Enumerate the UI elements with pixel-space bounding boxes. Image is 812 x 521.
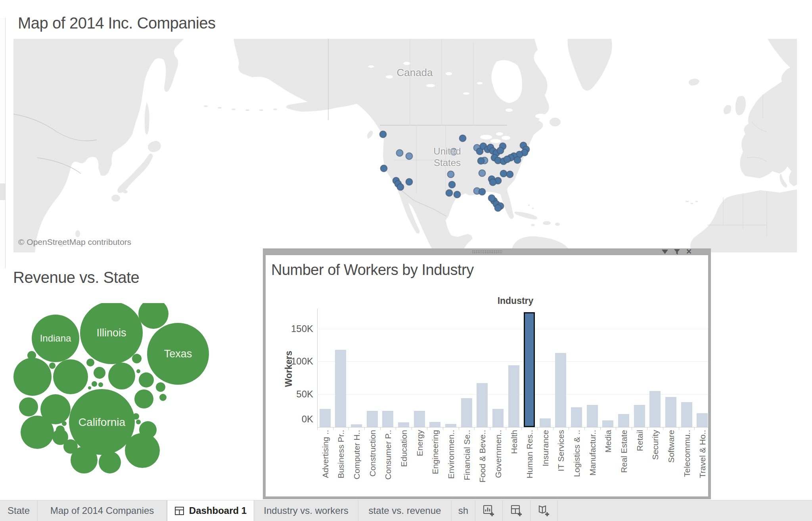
map-dot[interactable]: [490, 179, 496, 186]
collapse-icon[interactable]: [662, 250, 668, 254]
bar-consumer-p-[interactable]: [382, 411, 393, 427]
tab-industry-vs-workers[interactable]: Industry vs. workers: [254, 500, 358, 521]
map-label-united-states-line2: States: [434, 157, 461, 168]
map-dot[interactable]: [446, 190, 453, 197]
bar-real-estate[interactable]: [618, 414, 629, 427]
bubble[interactable]: [88, 386, 91, 389]
map-dot[interactable]: [504, 156, 511, 163]
bar-travel-ho-[interactable]: [697, 413, 708, 427]
bar-computer-h-[interactable]: [351, 424, 362, 427]
bubble[interactable]: [99, 451, 121, 473]
tab-state[interactable]: State: [0, 500, 38, 521]
map-dot[interactable]: [397, 184, 404, 191]
category-label: Health: [509, 430, 519, 496]
bubble[interactable]: [92, 381, 97, 387]
bar-environmen-[interactable]: [445, 424, 456, 427]
bar-business-pr-[interactable]: [335, 350, 346, 427]
bar-education[interactable]: [398, 422, 409, 427]
bar-advertising-[interactable]: [320, 409, 331, 427]
bubble[interactable]: [136, 420, 141, 424]
bubble[interactable]: [98, 382, 103, 387]
panel-titlebar[interactable]: ✕: [263, 248, 711, 255]
map-dot[interactable]: [495, 205, 502, 212]
bar-governmen-[interactable]: [492, 409, 504, 427]
map-dot[interactable]: [406, 153, 413, 160]
bubble[interactable]: [71, 447, 98, 473]
bubble[interactable]: [49, 363, 56, 369]
x-tick: [616, 427, 616, 430]
bubble-label: Texas: [164, 348, 192, 360]
map-dot[interactable]: [449, 181, 456, 188]
tab-dashboard-1[interactable]: Dashboard 1: [167, 500, 254, 521]
map-dot[interactable]: [454, 191, 461, 198]
bubble[interactable]: [19, 397, 38, 416]
map-view[interactable]: Canada United States © OpenStreetMap con…: [13, 39, 797, 252]
map-dot[interactable]: [479, 170, 486, 177]
bubble[interactable]: [94, 367, 105, 379]
scrollbar-thumb[interactable]: [0, 183, 5, 200]
tab-map-of-2014-companies[interactable]: Map of 2014 Companies: [38, 500, 167, 521]
revenue-bubble-chart[interactable]: IndianaIllinoisTexasCalifornia: [12, 303, 218, 497]
map-dot[interactable]: [500, 170, 507, 177]
bar-financial-se-[interactable]: [461, 398, 472, 427]
bubble[interactable]: [13, 358, 52, 396]
bubble[interactable]: [108, 363, 135, 389]
bubble[interactable]: [21, 416, 54, 449]
tab-state-vs-revenue[interactable]: state vs. revenue: [358, 500, 452, 521]
bubble[interactable]: [156, 382, 165, 392]
close-icon[interactable]: ✕: [686, 249, 692, 254]
category-label: Insurance: [541, 430, 550, 496]
bar-energy[interactable]: [414, 411, 425, 427]
bubble[interactable]: [139, 372, 154, 387]
bubble[interactable]: [132, 354, 142, 363]
bubble[interactable]: [134, 389, 153, 408]
bubble[interactable]: [138, 303, 169, 329]
bar-engineering[interactable]: [429, 422, 440, 427]
new-story-button[interactable]: [530, 500, 558, 521]
bar-insurance[interactable]: [540, 418, 551, 427]
map-dot[interactable]: [448, 171, 454, 178]
bubble[interactable]: [159, 394, 167, 401]
x-tick: [663, 427, 663, 430]
bar-manufactur-[interactable]: [587, 405, 598, 427]
bubble[interactable]: [125, 433, 160, 468]
bubble[interactable]: [133, 413, 139, 420]
map-dot[interactable]: [406, 179, 413, 185]
bar-human-res-[interactable]: [524, 312, 535, 427]
bar-construction[interactable]: [367, 411, 378, 427]
bar-food-beve-[interactable]: [477, 383, 488, 427]
map-dot[interactable]: [460, 135, 466, 142]
bar-security[interactable]: [649, 391, 661, 427]
x-tick: [412, 427, 412, 430]
bubble[interactable]: [53, 359, 88, 394]
new-story-icon: [537, 504, 551, 517]
bubble[interactable]: [136, 369, 140, 373]
map-dot[interactable]: [478, 158, 485, 164]
bubble[interactable]: [62, 421, 67, 426]
bar-health[interactable]: [508, 365, 519, 427]
map-dot[interactable]: [396, 150, 403, 156]
filter-icon[interactable]: [674, 249, 680, 255]
map-dot[interactable]: [380, 131, 387, 138]
drag-grip-icon[interactable]: [472, 250, 502, 254]
bubble[interactable]: [27, 351, 36, 360]
new-worksheet-button[interactable]: [475, 500, 503, 521]
tab-sh-truncated[interactable]: sh: [452, 500, 475, 521]
bar-telecommu-[interactable]: [681, 402, 692, 427]
map-dot[interactable]: [479, 189, 486, 195]
map-dot[interactable]: [507, 171, 513, 178]
map-dot[interactable]: [488, 195, 495, 202]
bar-media[interactable]: [602, 420, 613, 427]
dashboard-grid-icon: [174, 506, 184, 516]
map-dot[interactable]: [514, 157, 521, 164]
bubble[interactable]: [86, 359, 94, 366]
category-label: Business Pr..: [336, 430, 346, 496]
bubble[interactable]: [139, 421, 157, 439]
bar-logistics-[interactable]: [571, 407, 582, 427]
bar-it-services[interactable]: [555, 353, 566, 427]
bar-software[interactable]: [665, 397, 676, 427]
map-dot[interactable]: [381, 165, 387, 172]
map-dot[interactable]: [497, 147, 504, 154]
new-dashboard-button[interactable]: [503, 500, 530, 521]
bar-retail[interactable]: [634, 405, 645, 427]
